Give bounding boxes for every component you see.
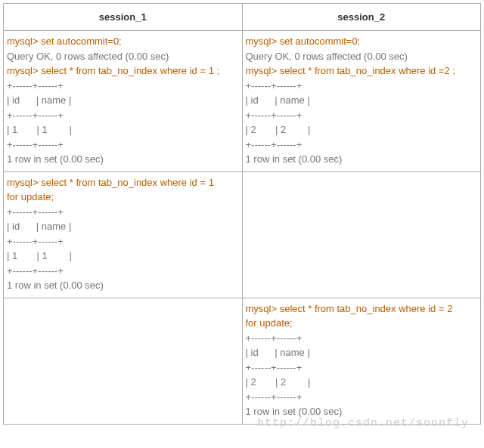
ascii-border: +------+------+ bbox=[7, 205, 239, 220]
ascii-border: +------+------+ bbox=[7, 79, 239, 94]
header-session-2: session_2 bbox=[242, 4, 481, 31]
ascii-header: | id | name | bbox=[7, 93, 239, 108]
ascii-border: +------+------+ bbox=[7, 234, 239, 249]
sql-statement: for update; bbox=[7, 191, 54, 202]
sql-statement: for update; bbox=[246, 317, 293, 329]
mysql-prompt: mysql> bbox=[7, 36, 41, 47]
sql-statement: select * from tab_no_index where id = 1 … bbox=[41, 65, 219, 76]
ascii-header: | id | name | bbox=[246, 93, 478, 108]
mysql-prompt: mysql> bbox=[246, 36, 280, 47]
mysql-prompt: mysql> bbox=[7, 65, 41, 76]
result-text: 1 row in set (0.00 sec) bbox=[246, 152, 478, 167]
table-row: mysql> set autocommit=0; Query OK, 0 row… bbox=[4, 31, 481, 172]
cell-r1-s1: mysql> set autocommit=0; Query OK, 0 row… bbox=[4, 31, 243, 172]
ascii-header: | id | name | bbox=[7, 219, 239, 234]
ascii-border: +------+------+ bbox=[7, 108, 239, 123]
ascii-row: | 2 | 2 | bbox=[246, 122, 478, 137]
ascii-row: | 1 | 1 | bbox=[7, 122, 239, 137]
ascii-border: +------+------+ bbox=[246, 108, 478, 123]
mysql-prompt: mysql> bbox=[246, 303, 280, 314]
ascii-header: | id | name | bbox=[246, 345, 478, 360]
ascii-row: | 2 | 2 | bbox=[246, 375, 478, 390]
ascii-border: +------+------+ bbox=[7, 137, 239, 153]
sql-statement: select * from tab_no_index where id =2 ; bbox=[280, 65, 455, 76]
ascii-border: +------+------+ bbox=[246, 360, 478, 375]
header-session-1: session_1 bbox=[4, 4, 243, 31]
table-row: mysql> select * from tab_no_index where … bbox=[4, 298, 481, 424]
cell-r3-s2: mysql> select * from tab_no_index where … bbox=[242, 298, 481, 424]
cell-r1-s2: mysql> set autocommit=0; Query OK, 0 row… bbox=[242, 31, 481, 172]
ascii-border: +------+------+ bbox=[246, 79, 478, 94]
ascii-border: +------+------+ bbox=[246, 390, 478, 405]
result-text: Query OK, 0 rows affected (0.00 sec) bbox=[7, 49, 239, 64]
result-text: 1 row in set (0.00 sec) bbox=[7, 278, 239, 293]
sql-statement: select * from tab_no_index where id = 1 bbox=[41, 177, 214, 188]
sql-statement: set autocommit=0; bbox=[41, 36, 122, 47]
cell-r2-s2-empty bbox=[242, 171, 481, 298]
ascii-border: +------+------+ bbox=[7, 264, 239, 279]
session-comparison-table: session_1 session_2 mysql> set autocommi… bbox=[3, 3, 481, 425]
result-text: 1 row in set (0.00 sec) bbox=[7, 152, 239, 167]
table-row: mysql> select * from tab_no_index where … bbox=[4, 171, 481, 298]
mysql-prompt: mysql> bbox=[7, 177, 41, 188]
cell-r2-s1: mysql> select * from tab_no_index where … bbox=[4, 171, 243, 298]
sql-statement: set autocommit=0; bbox=[280, 36, 361, 47]
mysql-prompt: mysql> bbox=[246, 65, 280, 76]
ascii-row: | 1 | 1 | bbox=[7, 249, 239, 264]
result-text: Query OK, 0 rows affected (0.00 sec) bbox=[246, 49, 478, 64]
cell-r3-s1-empty bbox=[4, 298, 243, 424]
ascii-border: +------+------+ bbox=[246, 331, 478, 346]
ascii-border: +------+------+ bbox=[246, 137, 478, 153]
sql-statement: select * from tab_no_index where id = 2 bbox=[280, 303, 453, 314]
result-text: 1 row in set (0.00 sec) bbox=[246, 404, 478, 419]
